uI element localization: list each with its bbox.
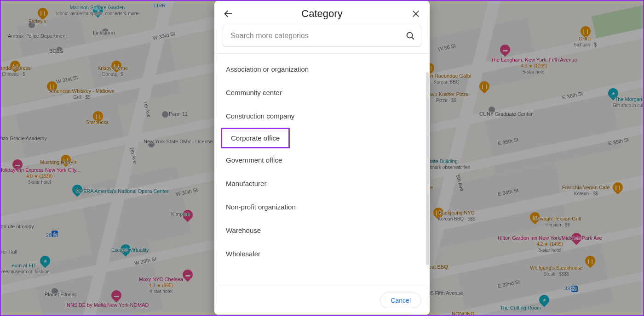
category-item[interactable]: Corporate office bbox=[221, 128, 290, 148]
category-list[interactable]: Association or organizationCommunity cen… bbox=[214, 54, 430, 286]
search-icon bbox=[405, 31, 415, 41]
back-button[interactable] bbox=[222, 7, 235, 20]
close-button[interactable] bbox=[409, 7, 422, 20]
category-modal: Category Association or organizationComm… bbox=[214, 1, 430, 315]
category-item[interactable]: Community center bbox=[214, 81, 430, 104]
search-input[interactable] bbox=[230, 32, 405, 40]
close-icon bbox=[411, 9, 420, 18]
category-item[interactable]: Association or organization bbox=[214, 57, 430, 81]
category-item[interactable]: Government office bbox=[214, 148, 430, 172]
modal-header: Category bbox=[214, 1, 430, 25]
modal-footer: Cancel bbox=[214, 286, 430, 315]
search-box[interactable] bbox=[223, 25, 421, 47]
scrollbar-thumb[interactable] bbox=[426, 72, 429, 265]
category-item[interactable]: Construction company bbox=[214, 104, 430, 128]
modal-title: Category bbox=[235, 8, 409, 20]
category-list-container: Association or organizationCommunity cen… bbox=[214, 54, 430, 286]
category-item[interactable]: Non-profit organization bbox=[214, 195, 430, 219]
search-container bbox=[214, 25, 430, 53]
svg-line-4 bbox=[412, 37, 414, 39]
cancel-button[interactable]: Cancel bbox=[380, 293, 421, 308]
category-item[interactable]: Manufacturer bbox=[214, 172, 430, 195]
arrow-back-icon bbox=[223, 9, 233, 19]
scrollbar[interactable] bbox=[426, 72, 429, 286]
category-item[interactable]: Warehouse bbox=[214, 219, 430, 242]
category-item[interactable]: Wholesaler bbox=[214, 242, 430, 265]
